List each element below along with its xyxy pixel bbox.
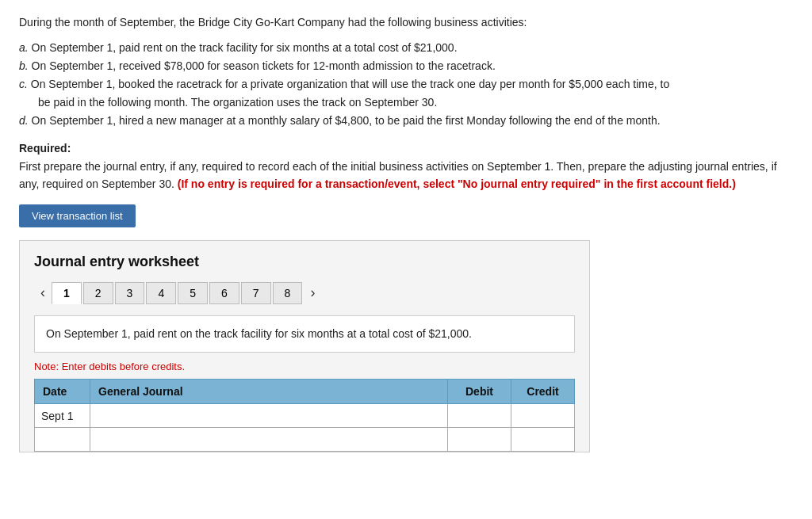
prev-tab-button[interactable]: ‹: [34, 281, 52, 304]
general-journal-input-1[interactable]: [97, 410, 441, 422]
tab-navigation: ‹ 1 2 3 4 5 6 7 8 ›: [34, 281, 575, 304]
credit-input-2[interactable]: [518, 434, 568, 446]
tab-5[interactable]: 5: [178, 282, 208, 304]
debit-input-2[interactable]: [454, 434, 504, 446]
debit-cell-1[interactable]: [448, 404, 511, 428]
intro-paragraph: During the month of September, the Bridg…: [19, 14, 793, 31]
note-text: Note: Enter debits before credits.: [34, 361, 575, 372]
tab-7[interactable]: 7: [241, 282, 271, 304]
transaction-description: On September 1, paid rent on the track f…: [34, 315, 575, 353]
worksheet-title: Journal entry worksheet: [34, 254, 575, 270]
tab-3[interactable]: 3: [115, 282, 145, 304]
tab-6[interactable]: 6: [209, 282, 239, 304]
tab-2[interactable]: 2: [83, 282, 113, 304]
col-header-general-journal: General Journal: [90, 380, 448, 404]
required-body: First prepare the journal entry, if any,…: [19, 158, 793, 193]
col-header-date: Date: [35, 380, 90, 404]
activities-list: a. On September 1, paid rent on the trac…: [19, 39, 793, 130]
required-red: (If no entry is required for a transacti…: [178, 177, 736, 190]
journal-entry-worksheet: Journal entry worksheet ‹ 1 2 3 4 5 6 7 …: [19, 240, 590, 453]
credit-input-1[interactable]: [518, 410, 568, 422]
required-section: Required: First prepare the journal entr…: [19, 139, 793, 193]
debit-input-1[interactable]: [454, 410, 504, 422]
tab-8[interactable]: 8: [273, 282, 303, 304]
tab-1[interactable]: 1: [52, 282, 82, 304]
date-cell-1: Sept 1: [35, 404, 90, 428]
activity-b: b. On September 1, received $78,000 for …: [19, 57, 793, 75]
date-cell-2: [35, 428, 90, 452]
activity-c: c. On September 1, booked the racetrack …: [19, 75, 793, 93]
table-row: Sept 1: [35, 404, 575, 428]
view-transaction-list-button[interactable]: View transaction list: [19, 204, 136, 227]
general-journal-input-2[interactable]: [97, 434, 441, 446]
general-journal-cell-1[interactable]: [90, 404, 448, 428]
debit-cell-2[interactable]: [448, 428, 511, 452]
activity-a: a. On September 1, paid rent on the trac…: [19, 39, 793, 57]
col-header-credit: Credit: [511, 380, 575, 404]
required-heading: Required:: [19, 142, 71, 155]
table-row: [35, 428, 575, 452]
credit-cell-2[interactable]: [511, 428, 575, 452]
activity-d: d. On September 1, hired a new manager a…: [19, 112, 793, 130]
credit-cell-1[interactable]: [511, 404, 575, 428]
col-header-debit: Debit: [448, 380, 511, 404]
activity-c-cont: be paid in the following month. The orga…: [38, 93, 793, 112]
general-journal-cell-2[interactable]: [90, 428, 448, 452]
tab-4[interactable]: 4: [146, 282, 176, 304]
next-tab-button[interactable]: ›: [304, 281, 321, 304]
journal-table: Date General Journal Debit Credit Sept 1: [34, 379, 575, 452]
